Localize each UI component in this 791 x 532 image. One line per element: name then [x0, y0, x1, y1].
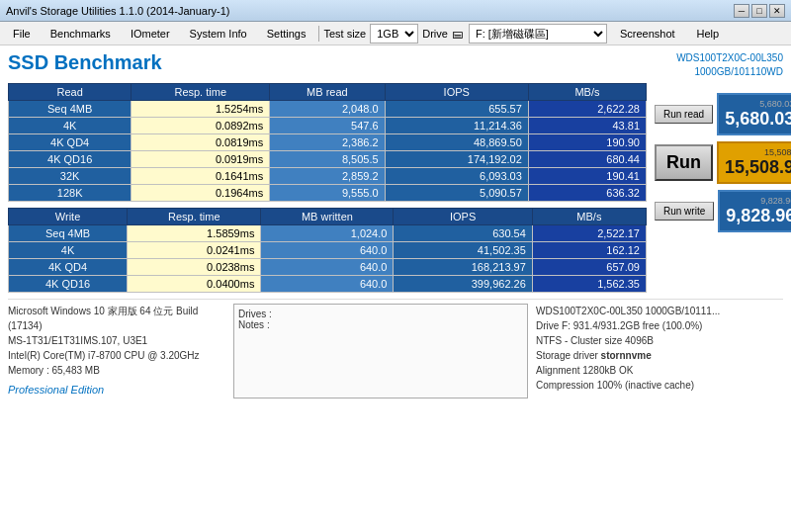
- write-table: Write Resp. time MB written IOPS MB/s Se…: [8, 208, 647, 293]
- write-score-box: 9,828.96 9,828.96: [718, 190, 791, 232]
- write-row-mb: 1,024.0: [261, 225, 394, 242]
- write-row-resp: 0.0241ms: [128, 242, 261, 259]
- read-table-row: 4K QD16 0.0919ms 8,505.5 174,192.02 680.…: [9, 151, 647, 168]
- close-button[interactable]: ✕: [769, 4, 785, 18]
- write-header-iops: IOPS: [394, 209, 532, 225]
- drive-info-line1: WDS100T2X0C-00L350 1000GB/10111...: [536, 304, 783, 318]
- write-row-label: Seq 4MB: [9, 225, 128, 242]
- write-row-mbs: 657.09: [532, 259, 646, 276]
- page-title: SSD Benchmark: [8, 51, 162, 74]
- read-row-mb: 2,386.2: [270, 134, 385, 151]
- run-read-button[interactable]: Run read: [655, 105, 713, 124]
- read-header-mb: MB read: [270, 84, 385, 101]
- run-button[interactable]: Run: [655, 144, 713, 181]
- read-score-top: 5,680.03: [725, 99, 791, 109]
- bench-section: Read Resp. time MB read IOPS MB/s Seq 4M…: [8, 83, 783, 293]
- total-score-top: 15,508.98: [725, 147, 791, 157]
- read-score-box: 5,680.03 5,680.03: [717, 93, 791, 135]
- drive-select[interactable]: F: [新增磁碟區]: [469, 24, 607, 44]
- drive-info-line4: Storage driver stornnvme: [536, 348, 783, 363]
- notes-area: Drives : Notes :: [233, 304, 528, 399]
- drives-label: Drives :: [238, 309, 523, 319]
- sys-info-right: WDS100T2X0C-00L350 1000GB/10111... Drive…: [536, 304, 783, 399]
- write-row-resp: 0.0238ms: [128, 259, 261, 276]
- read-row-iops: 11,214.36: [385, 118, 528, 134]
- read-table-row: Seq 4MB 1.5254ms 2,048.0 655.57 2,622.28: [9, 101, 647, 118]
- write-row-iops: 41,502.35: [394, 242, 532, 259]
- read-row-resp: 0.1964ms: [132, 185, 270, 202]
- sys-mem: Memory : 65,483 MB: [8, 363, 225, 378]
- read-table-row: 4K 0.0892ms 547.6 11,214.36 43.81: [9, 118, 647, 134]
- test-size-label: Test size: [323, 28, 366, 40]
- menu-separator: [318, 26, 319, 42]
- total-score-main: 15,508.98: [725, 157, 791, 178]
- read-row-mbs: 190.41: [528, 168, 646, 185]
- write-row-mbs: 162.12: [532, 242, 646, 259]
- write-header-mb: MB written: [261, 209, 394, 225]
- menu-settings[interactable]: Settings: [258, 25, 315, 43]
- write-row-iops: 630.54: [394, 225, 532, 242]
- sys-cpu: Intel(R) Core(TM) i7-8700 CPU @ 3.20GHz: [8, 348, 225, 363]
- device-info: WDS100T2X0C-00L350 1000GB/101110WD: [676, 51, 783, 79]
- menu-iometer[interactable]: IOmeter: [122, 25, 179, 43]
- write-table-row: Seq 4MB 1.5859ms 1,024.0 630.54 2,522.17: [9, 225, 647, 242]
- read-row-mbs: 190.90: [528, 134, 646, 151]
- read-table-row: 4K QD4 0.0819ms 2,386.2 48,869.50 190.90: [9, 134, 647, 151]
- read-row-iops: 6,093.03: [385, 168, 528, 185]
- run-write-button[interactable]: Run write: [655, 202, 714, 221]
- read-row-label: 4K QD16: [9, 151, 132, 168]
- write-table-row: 4K 0.0241ms 640.0 41,502.35 162.12: [9, 242, 647, 259]
- main-content: SSD Benchmark WDS100T2X0C-00L350 1000GB/…: [0, 45, 791, 532]
- read-header-resp: Resp. time: [132, 84, 270, 101]
- write-header-resp: Resp. time: [128, 209, 261, 225]
- notes-label: Notes :: [238, 319, 523, 330]
- read-row-mbs: 680.44: [528, 151, 646, 168]
- read-row-resp: 0.0919ms: [132, 151, 270, 168]
- run-read-row: Run read 5,680.03 5,680.03: [655, 93, 783, 135]
- bench-table-area: Read Resp. time MB read IOPS MB/s Seq 4M…: [8, 83, 647, 293]
- write-table-row: 4K QD16 0.0400ms 640.0 399,962.26 1,562.…: [9, 276, 647, 293]
- write-row-iops: 168,213.97: [394, 259, 532, 276]
- title-bar: Anvil's Storage Utilities 1.1.0 (2014-Ja…: [0, 0, 791, 22]
- read-table: Read Resp. time MB read IOPS MB/s Seq 4M…: [8, 83, 647, 202]
- run-total-row: Run 15,508.98 15,508.98: [655, 141, 783, 184]
- bottom-area: Microsoft Windows 10 家用版 64 位元 Build (17…: [8, 299, 783, 399]
- write-row-mb: 640.0: [261, 242, 394, 259]
- read-row-mbs: 43.81: [528, 118, 646, 134]
- read-row-resp: 1.5254ms: [132, 101, 270, 118]
- write-row-label: 4K QD4: [9, 259, 128, 276]
- menu-screenshot[interactable]: Screenshot: [611, 25, 684, 43]
- menu-toolbar: Test size 1GB Drive 🖴 F: [新增磁碟區] Screens…: [323, 24, 787, 44]
- read-row-resp: 0.0819ms: [132, 134, 270, 151]
- maximize-button[interactable]: □: [751, 4, 767, 18]
- read-row-label: 32K: [9, 168, 132, 185]
- read-row-iops: 655.57: [385, 101, 528, 118]
- read-row-iops: 174,192.02: [385, 151, 528, 168]
- minimize-button[interactable]: ─: [734, 4, 749, 18]
- read-row-mb: 9,555.0: [270, 185, 385, 202]
- read-row-mbs: 2,622.28: [528, 101, 646, 118]
- sys-info-left: Microsoft Windows 10 家用版 64 位元 Build (17…: [8, 304, 225, 399]
- read-score-main: 5,680.03: [725, 109, 791, 130]
- professional-edition: Professional Edition: [8, 382, 225, 399]
- read-table-row: 128K 0.1964ms 9,555.0 5,090.57 636.32: [9, 185, 647, 202]
- menu-benchmarks[interactable]: Benchmarks: [42, 25, 120, 43]
- menu-file[interactable]: File: [4, 25, 40, 43]
- run-write-row: Run write 9,828.96 9,828.96: [655, 190, 783, 232]
- sys-os: Microsoft Windows 10 家用版 64 位元 Build (17…: [8, 304, 225, 333]
- write-row-label: 4K QD16: [9, 276, 128, 293]
- test-size-select[interactable]: 1GB: [370, 24, 418, 44]
- device-line2: 1000GB/101110WD: [676, 65, 783, 79]
- right-panel: Run read 5,680.03 5,680.03 Run 15,508.98…: [655, 83, 783, 293]
- write-header-mbs: MB/s: [532, 209, 646, 225]
- write-score-main: 9,828.96: [726, 206, 791, 226]
- write-row-iops: 399,962.26: [394, 276, 532, 293]
- read-row-label: 4K: [9, 118, 132, 134]
- drive-info-line3: NTFS - Cluster size 4096B: [536, 333, 783, 348]
- write-table-row: 4K QD4 0.0238ms 640.0 168,213.97 657.09: [9, 259, 647, 276]
- read-header-label: Read: [9, 84, 132, 101]
- menu-bar: File Benchmarks IOmeter System Info Sett…: [0, 22, 791, 45]
- menu-help[interactable]: Help: [688, 25, 729, 43]
- write-score-top: 9,828.96: [726, 196, 791, 206]
- menu-sysinfo[interactable]: System Info: [181, 25, 256, 43]
